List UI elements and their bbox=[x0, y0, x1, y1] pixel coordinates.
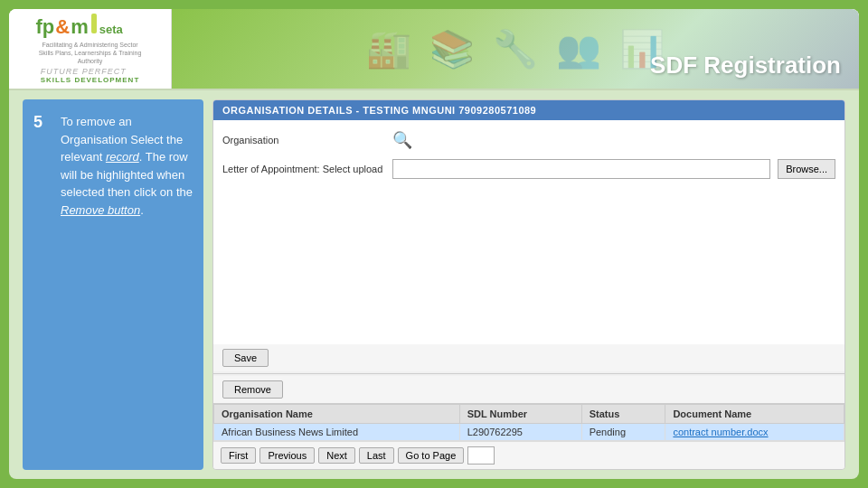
cell-status: Pending bbox=[581, 424, 665, 441]
remove-button[interactable]: Remove bbox=[222, 380, 283, 399]
logo-area: fp & m seta Facilitating & Administering… bbox=[9, 9, 172, 89]
cell-sdl-number: L290762295 bbox=[459, 424, 581, 441]
last-button[interactable]: Last bbox=[359, 447, 394, 464]
table-header-row: Organisation Name SDL Number Status Docu… bbox=[214, 405, 844, 424]
step-description: To remove an Organisation Select the rel… bbox=[61, 113, 193, 456]
remove-row: Remove bbox=[213, 376, 844, 403]
browse-button[interactable]: Browse... bbox=[778, 159, 835, 179]
page-number-input[interactable] bbox=[467, 446, 495, 465]
content-area: 5 To remove an Organisation Select the r… bbox=[9, 90, 859, 479]
appointment-label: Letter of Appointment: Select upload bbox=[222, 164, 385, 174]
logo-ampersand: & bbox=[55, 15, 70, 39]
logo: fp & m seta Facilitating & Administering… bbox=[36, 14, 145, 63]
step-number: 5 bbox=[33, 113, 52, 456]
save-button[interactable]: Save bbox=[222, 349, 269, 367]
appointment-input[interactable] bbox=[392, 159, 770, 179]
col-sdl-number: SDL Number bbox=[459, 405, 581, 424]
main-container: fp & m seta Facilitating & Administering… bbox=[9, 9, 859, 479]
col-status: Status bbox=[581, 405, 665, 424]
pagination-row: First Previous Next Last Go to Page bbox=[213, 441, 844, 469]
search-icon: 🔍 bbox=[392, 130, 412, 150]
org-details-header: Organisation Details - Testing Mnguni 79… bbox=[213, 100, 844, 120]
next-button[interactable]: Next bbox=[318, 447, 355, 464]
table-section: Organisation Name SDL Number Status Docu… bbox=[213, 403, 844, 441]
table-row[interactable]: African Business News Limited L290762295… bbox=[214, 424, 844, 441]
header: fp & m seta Facilitating & Administering… bbox=[9, 9, 859, 90]
go-to-page-button[interactable]: Go to Page bbox=[398, 447, 465, 464]
col-document-name: Document Name bbox=[665, 405, 844, 424]
cell-document: contract number.docx bbox=[665, 424, 844, 441]
document-link[interactable]: contract number.docx bbox=[673, 427, 768, 437]
logo-tagline: Facilitating & Administering Sector Skil… bbox=[36, 41, 145, 65]
header-banner: 🏭📚🔧👥📊 SDF Registration bbox=[172, 9, 859, 89]
organisation-label: Organisation bbox=[222, 135, 385, 145]
step-panel: 5 To remove an Organisation Select the r… bbox=[23, 99, 203, 470]
page-title: SDF Registration bbox=[650, 52, 841, 80]
logo-m: m bbox=[71, 15, 89, 39]
cell-org-name: African Business News Limited bbox=[214, 424, 460, 441]
form-panel: Organisation Details - Testing Mnguni 79… bbox=[212, 99, 845, 470]
first-button[interactable]: First bbox=[221, 447, 256, 464]
col-org-name: Organisation Name bbox=[214, 405, 460, 424]
divider-1 bbox=[213, 373, 844, 374]
logo-future-perfect: FUTURE PERFECT bbox=[41, 67, 140, 76]
form-body: Organisation 🔍 Letter of Appointment: Se… bbox=[213, 120, 844, 344]
logo-seta: seta bbox=[99, 23, 123, 36]
logo-fpm: fp bbox=[36, 15, 55, 39]
organisation-row: Organisation 🔍 bbox=[222, 127, 835, 153]
previous-button[interactable]: Previous bbox=[259, 447, 315, 464]
organisations-table: Organisation Name SDL Number Status Docu… bbox=[213, 404, 844, 441]
save-row: Save bbox=[213, 344, 844, 371]
logo-skills-development: SKILLS DEVELOPMENT bbox=[41, 76, 140, 84]
appointment-row: Letter of Appointment: Select upload Bro… bbox=[222, 156, 835, 182]
